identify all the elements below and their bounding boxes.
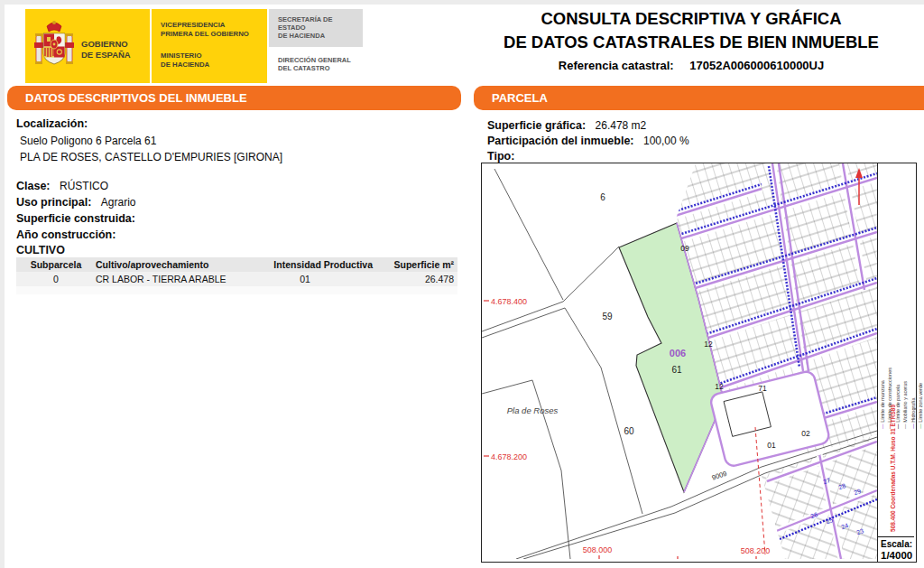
clase-row: Clase: RÚSTICO <box>16 177 108 193</box>
col-header-subparcela: Subparcela <box>20 259 92 270</box>
parcel-label-71: 71 <box>758 384 767 393</box>
right-section-banner: PARCELA <box>474 86 924 110</box>
title-line-1: CONSULTA DESCRIPTIVA Y GRÁFICA <box>466 7 917 31</box>
left-section-banner: DATOS DESCRIPTIVOS DEL INMUEBLE <box>7 86 461 110</box>
parcel-highlight-code: 006 <box>670 348 686 358</box>
ano-construccion-label: Año construcción: <box>16 228 116 241</box>
road-label-9009: 9009 <box>711 470 728 482</box>
localizacion-label: Localización: <box>16 117 88 130</box>
coat-of-arms-icon <box>31 19 78 71</box>
utm-x-coordinate-left: 508.000 <box>583 545 613 554</box>
table-empty-row <box>16 286 457 294</box>
logo-secretaria-text: SECRETARÍA DE ESTADODE HACIENDA <box>269 9 363 47</box>
cadastral-document-page: GOBIERNODE ESPAÑA VICEPRESIDENCIAPRIMERA… <box>0 0 924 568</box>
logo-gobierno-text: GOBIERNODE ESPAÑA <box>81 39 131 60</box>
cadastral-reference-value: 17052A006000610000UJ <box>689 59 824 72</box>
parcel-label-12a: 12 <box>704 340 713 349</box>
localizacion-line2: PLA DE ROSES, CASTELLO D'EMPURIES [GIRON… <box>20 151 282 163</box>
ano-construccion-row: Año construcción: <box>16 226 121 242</box>
participacion-label: Participación del inmueble: <box>487 135 634 147</box>
cultivo-table: Subparcela Cultivo/aprovechamiento Inten… <box>16 257 457 294</box>
cadastral-reference: Referencia catastral: 17052A006000610000… <box>466 59 917 72</box>
uso-row: Uso principal: Agrario <box>16 193 135 210</box>
participacion-row: Participación del inmueble: 100,00 % <box>487 132 689 148</box>
parcel-label-60: 60 <box>624 426 634 436</box>
scale-box: Escala: 1/4000 <box>878 536 914 562</box>
superficie-grafica-label: Superficie gráfica: <box>487 119 586 132</box>
parcel-label-01: 01 <box>767 441 776 450</box>
title-line-2: DE DATOS CATASTRALES DE BIEN INMUEBLE <box>466 31 917 54</box>
logo-ministerio-text: MINISTERIODE HACIENDA <box>161 51 209 69</box>
participacion-value: 100,00 % <box>643 135 689 147</box>
document-title: CONSULTA DESCRIPTIVA Y GRÁFICA DE DATOS … <box>466 7 917 72</box>
cell-intensidad: 01 <box>237 274 373 284</box>
col-header-superficie: Superficie m² <box>376 259 454 270</box>
utm-y-coordinate-top: 4.678.400 <box>491 297 527 306</box>
cadastral-map: 6 59 60 61 006 09 12 12 71 02 01 9009 Pl… <box>482 163 877 559</box>
uso-value: Agrario <box>101 196 136 209</box>
logo-vicepresidencia-text: VICEPRESIDENCIAPRIMERA DEL GOBIERNO <box>161 21 249 38</box>
map-legend: — Límite de manzana — Límite de construc… <box>880 167 923 429</box>
uso-label: Uso principal: <box>16 196 91 209</box>
tipo-row: Tipo: <box>487 147 520 163</box>
parcel-label-61: 61 <box>671 365 682 375</box>
parcel-label-59: 59 <box>602 312 613 321</box>
legend-item-hidrografia: — Hidrografía <box>910 383 917 429</box>
parcel-label-02: 02 <box>801 429 810 438</box>
table-row: 0 CR LABOR - TIERRA ARABLE 01 26.478 <box>16 272 457 286</box>
superficie-grafica-row: Superficie gráfica: 26.478 m2 <box>487 116 646 133</box>
parcel-label-6: 6 <box>600 192 605 202</box>
legend-pair-3: — Hidrografía — Límite zona verde <box>910 383 923 429</box>
cell-superficie: 26.478 <box>376 274 454 284</box>
clase-label: Clase: <box>16 180 51 192</box>
government-logo: GOBIERNODE ESPAÑA VICEPRESIDENCIAPRIMERA… <box>25 9 363 83</box>
cadastral-reference-label: Referencia catastral: <box>559 59 674 72</box>
localizacion-line1: Suelo Poligono 6 Parcela 61 <box>20 135 156 147</box>
logo-direccion-catastro-text: DIRECCIÓN GENERALDEL CATASTRO <box>269 56 363 72</box>
legend-item-mobiliario: — Mobiliario y aceras <box>902 381 909 429</box>
cell-subparcela: 0 <box>20 274 92 284</box>
utm-coordinates-note: 508.400 Coordenadas U.T.M. Huso 31 ETRS8… <box>890 405 896 532</box>
superficie-grafica-value: 26.478 m2 <box>596 119 647 132</box>
parcel-label-12b: 12 <box>715 382 724 391</box>
cultivo-table-header: Subparcela Cultivo/aprovechamiento Inten… <box>16 257 457 272</box>
cadastral-map-frame: 6 59 60 61 006 09 12 12 71 02 01 9009 Pl… <box>481 163 917 563</box>
legend-item-zona-verde: — Límite zona verde <box>918 383 924 429</box>
utm-y-coordinate-bottom: 4.678.200 <box>491 452 527 461</box>
cell-cultivo: CR LABOR - TIERRA ARABLE <box>96 274 234 284</box>
scan-edge-left <box>0 0 5 568</box>
parcel-label-09: 09 <box>680 244 689 253</box>
col-header-cultivo: Cultivo/aprovechamiento <box>96 259 234 270</box>
map-legend-strip: — Límite de manzana — Límite de construc… <box>877 163 914 562</box>
place-name-label: Pla de Roses <box>507 405 559 415</box>
col-header-intensidad: Intensidad Productiva <box>237 259 373 270</box>
scale-value: 1/4000 <box>881 550 914 561</box>
tipo-label: Tipo: <box>487 150 514 163</box>
superficie-construida-label: Superficie construida: <box>16 212 135 225</box>
cultivo-title: CULTIVO <box>16 244 65 256</box>
superficie-construida-row: Superficie construida: <box>16 210 141 226</box>
legend-item-manzana: — Límite de manzana <box>880 368 886 429</box>
legend-pair-2: — Límite de parcela — Mobiliario y acera… <box>895 381 908 429</box>
clase-value: RÚSTICO <box>60 180 108 192</box>
scale-label: Escala: <box>881 539 914 550</box>
scan-edge-top <box>0 0 924 5</box>
